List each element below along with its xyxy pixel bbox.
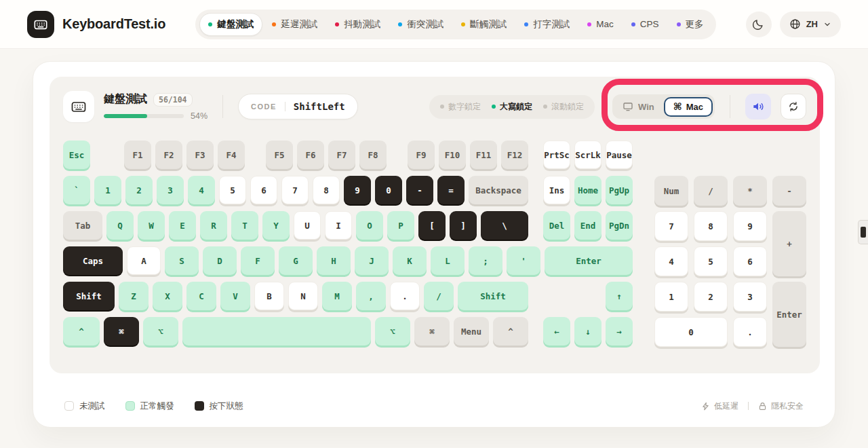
key-;[interactable]: ; — [469, 246, 502, 275]
os-mac-button[interactable]: ⌘ Mac — [664, 97, 713, 117]
key-W[interactable]: W — [138, 211, 165, 240]
key-NumpadEnter[interactable]: Enter — [772, 282, 806, 347]
key-NumpadDecimal[interactable]: . — [733, 317, 767, 347]
key-Caps[interactable]: Caps — [63, 246, 123, 275]
key-Del[interactable]: Del — [543, 211, 570, 240]
key-Numpad3[interactable]: 3 — [733, 282, 767, 312]
key-Shift[interactable]: Shift — [458, 282, 528, 310]
key-Numpad0[interactable]: 0 — [654, 317, 728, 347]
key-F12[interactable]: F12 — [501, 141, 528, 169]
key-Q[interactable]: Q — [106, 211, 134, 240]
key-NumpadDivide[interactable]: / — [694, 176, 728, 206]
key-X[interactable]: X — [153, 282, 182, 310]
key-T[interactable]: T — [231, 211, 258, 240]
key-F[interactable]: F — [241, 246, 275, 275]
key-A[interactable]: A — [127, 246, 161, 275]
key-F3[interactable]: F3 — [186, 141, 214, 169]
key-F1[interactable]: F1 — [124, 141, 151, 169]
nav-item-9[interactable]: 更多 — [669, 13, 712, 36]
key-N[interactable]: N — [288, 282, 318, 310]
key-'[interactable]: ' — [507, 246, 540, 275]
key-J[interactable]: J — [355, 246, 389, 275]
key-F10[interactable]: F10 — [439, 141, 466, 169]
key-S[interactable]: S — [165, 246, 199, 275]
key-F4[interactable]: F4 — [218, 141, 245, 169]
key-3[interactable]: 3 — [157, 176, 184, 204]
key-M[interactable]: M — [322, 282, 352, 310]
key-↑[interactable]: ↑ — [606, 282, 633, 310]
key-Tab[interactable]: Tab — [63, 211, 102, 240]
key-/[interactable]: / — [424, 282, 454, 310]
key-G[interactable]: G — [279, 246, 313, 275]
key-,[interactable]: , — [356, 282, 386, 310]
key-Enter[interactable]: Enter — [545, 246, 633, 275]
os-win-button[interactable]: Win — [614, 96, 663, 117]
key-PgUp[interactable]: PgUp — [606, 176, 633, 204]
nav-item-4[interactable]: 衝突測試 — [390, 13, 452, 36]
key-MetaLeft[interactable]: ⌘ — [104, 317, 139, 346]
nav-item-3[interactable]: 抖動測試 — [327, 13, 389, 36]
key-F6[interactable]: F6 — [297, 141, 324, 169]
key-U[interactable]: U — [294, 211, 321, 240]
key-V[interactable]: V — [220, 282, 250, 310]
key-←[interactable]: ← — [543, 317, 570, 346]
key-Space[interactable] — [182, 317, 371, 346]
brand[interactable]: KeyboardTest.io — [27, 11, 165, 38]
key-NumpadAdd[interactable]: + — [772, 211, 806, 276]
key-PgDn[interactable]: PgDn — [606, 211, 633, 240]
key-Numpad6[interactable]: 6 — [733, 246, 767, 276]
theme-toggle-button[interactable] — [746, 12, 772, 37]
key-1[interactable]: 1 — [94, 176, 121, 204]
key-PrtSc[interactable]: PrtSc — [543, 141, 570, 169]
key-Backspace[interactable]: Backspace — [469, 176, 528, 204]
key-↓[interactable]: ↓ — [574, 317, 601, 346]
key-F8[interactable]: F8 — [359, 141, 387, 169]
nav-item-6[interactable]: 打字測試 — [516, 13, 578, 36]
key-Numpad1[interactable]: 1 — [654, 282, 688, 312]
key-H[interactable]: H — [317, 246, 351, 275]
nav-item-7[interactable]: Mac — [579, 14, 622, 35]
key-8[interactable]: 8 — [313, 176, 340, 204]
reset-button[interactable] — [781, 94, 806, 119]
key-Shift[interactable]: Shift — [63, 282, 115, 310]
key-Numpad5[interactable]: 5 — [694, 246, 728, 276]
key-F11[interactable]: F11 — [470, 141, 497, 169]
key-Z[interactable]: Z — [119, 282, 149, 310]
key-L[interactable]: L — [431, 246, 465, 275]
key-Numpad4[interactable]: 4 — [654, 246, 688, 276]
key-.[interactable]: . — [390, 282, 420, 310]
key-NumpadSubtract[interactable]: - — [772, 176, 806, 206]
key-Numpad8[interactable]: 8 — [694, 211, 728, 241]
key-Esc[interactable]: Esc — [63, 141, 90, 169]
language-selector[interactable]: ZH — [780, 12, 841, 37]
key-Pause[interactable]: Pause — [606, 141, 633, 169]
key-D[interactable]: D — [203, 246, 237, 275]
edge-widget[interactable] — [858, 220, 868, 244]
key-ControlRight[interactable]: ^ — [493, 317, 528, 346]
key-MetaRight[interactable]: ⌘ — [414, 317, 450, 346]
nav-item-8[interactable]: CPS — [623, 14, 667, 35]
key-2[interactable]: 2 — [125, 176, 153, 204]
key-9[interactable]: 9 — [344, 176, 371, 204]
sound-toggle-button[interactable] — [745, 94, 771, 119]
key-Numpad2[interactable]: 2 — [694, 282, 728, 312]
nav-item-2[interactable]: 延遲測試 — [264, 13, 326, 36]
low-latency-link[interactable]: 低延遲 — [701, 400, 738, 412]
key-0[interactable]: 0 — [375, 176, 402, 204]
privacy-link[interactable]: 隱私安全 — [758, 400, 804, 412]
key-Num[interactable]: Num — [654, 176, 688, 206]
key-Home[interactable]: Home — [574, 176, 601, 204]
key-NumpadMultiply[interactable]: * — [733, 176, 767, 206]
key-Y[interactable]: Y — [262, 211, 290, 240]
key-][interactable]: ] — [450, 211, 477, 240]
nav-item-5[interactable]: 斷觸測試 — [453, 13, 515, 36]
key-E[interactable]: E — [169, 211, 196, 240]
key-I[interactable]: I — [325, 211, 352, 240]
key-C[interactable]: C — [186, 282, 216, 310]
key-→[interactable]: → — [606, 317, 633, 346]
key-6[interactable]: 6 — [250, 176, 277, 204]
key-Numpad7[interactable]: 7 — [654, 211, 688, 241]
key-=[interactable]: = — [437, 176, 465, 204]
key-F5[interactable]: F5 — [266, 141, 293, 169]
key-AltRight[interactable]: ⌥ — [375, 317, 410, 346]
